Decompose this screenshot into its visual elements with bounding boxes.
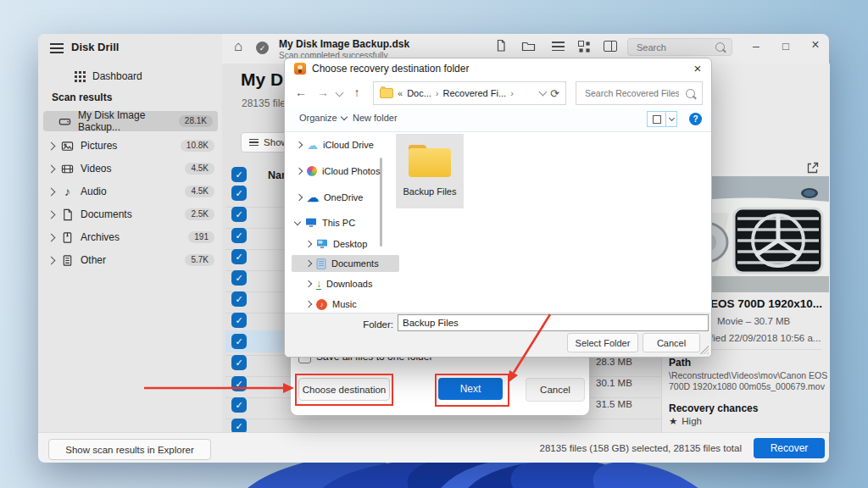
show-in-explorer-button[interactable]: Show scan results in Explorer xyxy=(48,439,211,460)
row-checkbox[interactable] xyxy=(231,249,247,264)
tree-item-icloud-photos[interactable]: iCloud Photos xyxy=(292,163,390,180)
back-icon[interactable]: ← xyxy=(293,85,309,100)
dialog-search-input[interactable] xyxy=(583,87,681,99)
dialog-cancel-button[interactable]: Cancel xyxy=(643,333,700,352)
row-checkbox[interactable] xyxy=(231,376,247,391)
sidebar-item-videos[interactable]: Videos 4.5K xyxy=(48,158,214,179)
grid-view-icon[interactable] xyxy=(578,41,584,47)
row-checkbox[interactable] xyxy=(231,270,247,286)
dialog-search-box[interactable] xyxy=(576,81,703,105)
sidebar-item-dashboard[interactable]: Dashboard xyxy=(75,66,202,86)
organize-menu[interactable]: Organize xyxy=(299,113,347,123)
row-checkbox[interactable] xyxy=(231,186,247,201)
select-folder-button[interactable]: Select Folder xyxy=(567,333,638,352)
resize-grip[interactable] xyxy=(700,346,709,354)
organize-label: Organize xyxy=(299,113,337,123)
sidebar-item-pictures[interactable]: Pictures 10.8K xyxy=(48,136,214,156)
chevron-right-icon[interactable] xyxy=(305,301,312,308)
count-badge: 10.8K xyxy=(181,140,214,152)
forward-icon[interactable]: → xyxy=(315,85,331,100)
sidebar-item-other[interactable]: Other 5.7K xyxy=(48,250,214,270)
new-session-icon[interactable] xyxy=(494,39,508,53)
app-search-input[interactable] xyxy=(635,42,710,53)
recover-button-label: Recover xyxy=(771,442,809,454)
chevron-right-icon[interactable] xyxy=(305,260,312,267)
chevron-right-icon[interactable] xyxy=(47,256,56,264)
chevron-down-icon[interactable] xyxy=(294,218,301,225)
backup-files-folder[interactable]: Backup Files xyxy=(396,134,464,208)
up-icon[interactable]: ↑ xyxy=(349,85,364,100)
icloud-drive-icon: ☁ xyxy=(307,139,318,152)
chevron-right-icon[interactable] xyxy=(296,141,303,148)
chevron-right-icon[interactable] xyxy=(47,210,56,219)
breadcrumb-documents[interactable]: Doc... xyxy=(407,88,431,98)
chevron-right-icon[interactable] xyxy=(305,241,312,247)
view-toggle-button[interactable] xyxy=(647,111,677,127)
tree-item-downloads[interactable]: ↓ Downloads xyxy=(292,275,399,292)
chevron-right-icon[interactable] xyxy=(47,141,56,150)
help-icon[interactable]: ? xyxy=(689,113,702,125)
tree-item-desktop[interactable]: Desktop xyxy=(292,236,399,252)
home-icon[interactable]: ⌂ xyxy=(234,38,242,55)
history-dropdown-icon[interactable] xyxy=(336,89,344,97)
tree-item-this-pc[interactable]: This PC xyxy=(292,214,388,231)
row-checkbox[interactable] xyxy=(231,291,247,307)
chevron-right-icon[interactable] xyxy=(305,280,312,287)
open-folder-icon[interactable] xyxy=(521,40,536,53)
minimize-button[interactable]: – xyxy=(748,38,764,53)
address-bar[interactable]: « Doc... › Recovered Fi... › ⟳ xyxy=(373,81,566,105)
panel-view-icon[interactable] xyxy=(604,41,617,52)
chevron-down-icon xyxy=(340,113,347,119)
this-pc-icon xyxy=(305,218,317,228)
popup-cancel-button[interactable]: Cancel xyxy=(526,378,585,402)
tree-item-documents[interactable]: Documents xyxy=(292,255,399,272)
tree-item-onedrive[interactable]: ☁ OneDrive xyxy=(292,189,390,206)
menu-button[interactable] xyxy=(50,43,64,45)
select-all-checkbox[interactable] xyxy=(231,167,247,182)
view-dropdown-icon[interactable] xyxy=(665,112,676,126)
chevron-right-icon[interactable] xyxy=(296,194,303,201)
row-checkbox[interactable] xyxy=(231,313,247,328)
audio-icon: ♪ xyxy=(61,185,74,198)
row-checkbox[interactable] xyxy=(231,207,247,222)
refresh-icon[interactable]: ⟳ xyxy=(550,87,559,100)
row-checkbox[interactable] xyxy=(231,397,247,413)
sidebar-item-label: Videos xyxy=(81,163,178,175)
crumb-ellipsis[interactable]: « xyxy=(398,88,403,98)
documents-icon xyxy=(61,208,74,221)
disk-drill-icon xyxy=(294,63,306,75)
chevron-right-icon[interactable] xyxy=(47,187,56,196)
tree-item-icloud-drive[interactable]: ☁ iCloud Drive xyxy=(292,136,390,153)
sidebar-item-archives[interactable]: Archives 191 xyxy=(48,227,214,247)
explorer-button-label: Show scan results in Explorer xyxy=(65,445,193,455)
chevron-right-icon[interactable] xyxy=(296,168,303,175)
folder-name-input[interactable] xyxy=(398,314,709,331)
address-dropdown-icon[interactable] xyxy=(539,88,548,97)
sidebar-item-documents[interactable]: Documents 2.5K xyxy=(48,204,214,225)
sidebar-item-audio[interactable]: ♪ Audio 4.5K xyxy=(48,181,214,202)
row-checkbox[interactable] xyxy=(231,355,247,370)
tree-item-music[interactable]: ♪ Music xyxy=(292,296,399,313)
dialog-close-icon[interactable]: × xyxy=(690,60,705,75)
tree-label: iCloud Drive xyxy=(323,140,374,150)
dialog-cancel-label: Cancel xyxy=(657,338,686,348)
count-badge: 4.5K xyxy=(185,186,214,197)
close-button[interactable]: × xyxy=(808,37,823,53)
list-view-icon[interactable] xyxy=(552,42,565,51)
row-checkbox[interactable] xyxy=(231,334,247,349)
preview-file-date: fied 22/09/2018 10:56 a... xyxy=(710,333,821,343)
maximize-button[interactable]: □ xyxy=(778,38,793,53)
row-checkbox[interactable] xyxy=(231,228,247,243)
open-external-icon[interactable] xyxy=(806,161,820,175)
new-folder-button[interactable]: New folder xyxy=(353,113,398,123)
chevron-right-icon[interactable] xyxy=(47,164,56,173)
sidebar-item-label: Archives xyxy=(81,231,181,243)
preview-file-title: EOS 700D 1920x10... xyxy=(710,297,822,310)
sidebar-item-disk-image[interactable]: My Disk Image Backup... 28.1K xyxy=(43,111,218,131)
path-value-line2: 700D 1920x1080 00m05s_000679.mov xyxy=(669,381,825,391)
app-search-box[interactable] xyxy=(627,38,732,56)
breadcrumb-recovered-files[interactable]: Recovered Fi... xyxy=(443,88,507,98)
chevron-right-icon[interactable] xyxy=(47,233,56,241)
tree-label: Desktop xyxy=(333,239,367,249)
recover-button[interactable]: Recover xyxy=(754,438,825,458)
